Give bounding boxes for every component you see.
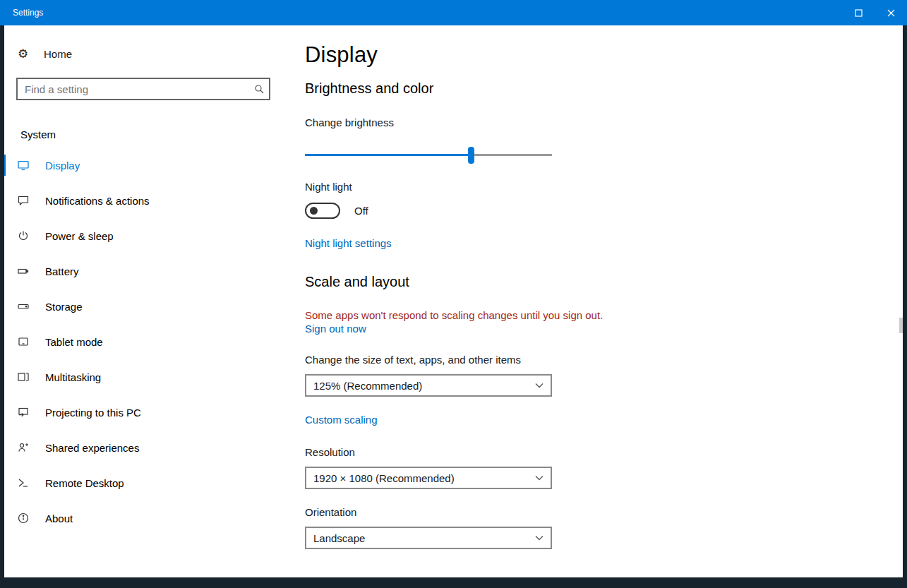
toggle-knob: [310, 207, 318, 215]
settings-app: Settings ⚙ Home: [0, 0, 907, 588]
sidebar-item-battery[interactable]: Battery: [4, 253, 292, 289]
scaling-dropdown[interactable]: 125% (Recommended): [305, 374, 552, 397]
shared-experiences-icon: [18, 442, 29, 453]
night-light-state: Off: [354, 205, 368, 217]
remote-desktop-icon: [18, 477, 29, 488]
brightness-slider-thumb[interactable]: [468, 147, 474, 164]
custom-scaling-link[interactable]: Custom scaling: [305, 414, 378, 426]
brightness-slider-fill: [305, 154, 471, 156]
night-light-label: Night light: [305, 181, 903, 193]
settings-window: ⚙ Home System Display: [4, 25, 903, 577]
display-icon: [18, 160, 29, 171]
scaling-warning-text: Some apps won't respond to scaling chang…: [305, 309, 903, 321]
sidebar-item-projecting[interactable]: Projecting to this PC: [4, 395, 292, 430]
sidebar-item-label: Battery: [45, 265, 79, 277]
about-icon: [18, 512, 29, 524]
sidebar-item-label: Power & sleep: [45, 230, 114, 242]
sidebar-item-label: Multitasking: [45, 371, 101, 383]
search-icon: [249, 84, 269, 94]
sidebar-item-label: Storage: [45, 301, 83, 313]
sidebar-item-label: Notifications & actions: [45, 195, 150, 207]
orientation-label: Orientation: [305, 506, 903, 518]
sidebar-item-display[interactable]: Display: [4, 148, 292, 183]
resolution-dropdown[interactable]: 1920 × 1080 (Recommended): [305, 467, 552, 489]
night-light-settings-link[interactable]: Night light settings: [305, 237, 392, 249]
maximize-icon: [855, 9, 863, 17]
close-button[interactable]: [875, 0, 907, 25]
sidebar-item-about[interactable]: About: [4, 500, 292, 536]
chevron-down-icon: [528, 383, 551, 388]
home-label: Home: [44, 48, 72, 60]
search-box: [16, 78, 270, 100]
sidebar-section-label: System: [20, 128, 292, 140]
close-icon: [887, 9, 895, 17]
sidebar-item-label: Remote Desktop: [45, 477, 124, 489]
titlebar: Settings: [0, 0, 907, 25]
sidebar-item-multitasking[interactable]: Multitasking: [4, 359, 292, 395]
sidebar-item-shared-experiences[interactable]: Shared experiences: [4, 430, 292, 465]
chevron-down-icon: [528, 535, 551, 541]
scrollbar[interactable]: [899, 25, 903, 577]
orientation-dropdown[interactable]: Landscape: [305, 527, 552, 549]
page-title: Display: [305, 42, 903, 68]
sidebar: ⚙ Home System Display: [4, 25, 292, 577]
main-content: Display Brightness and color Change brig…: [292, 25, 903, 577]
brightness-slider[interactable]: [305, 147, 552, 164]
battery-icon: [18, 265, 29, 277]
sidebar-item-remote-desktop[interactable]: Remote Desktop: [4, 465, 292, 500]
sidebar-list: Display Notifications & actions Power & …: [4, 148, 292, 536]
brightness-section-heading: Brightness and color: [305, 80, 903, 97]
orientation-dropdown-value: Landscape: [306, 532, 528, 544]
desktop-edge: [0, 577, 907, 588]
sidebar-item-power-sleep[interactable]: Power & sleep: [4, 218, 292, 253]
storage-icon: [18, 301, 29, 312]
brightness-slider-label: Change brightness: [305, 116, 903, 128]
window-title: Settings: [0, 8, 842, 18]
window-controls: [842, 0, 907, 25]
search-input[interactable]: [18, 79, 249, 99]
scale-section-heading: Scale and layout: [305, 274, 903, 290]
night-light-toggle[interactable]: [305, 203, 340, 219]
sidebar-item-label: Projecting to this PC: [45, 407, 141, 419]
sidebar-item-label: About: [45, 512, 73, 524]
sign-out-now-link[interactable]: Sign out now: [305, 323, 366, 335]
resolution-label: Resolution: [305, 446, 903, 458]
sidebar-item-notifications[interactable]: Notifications & actions: [4, 183, 292, 218]
resolution-dropdown-value: 1920 × 1080 (Recommended): [306, 472, 528, 484]
night-light-toggle-row: Off: [305, 203, 903, 219]
tablet-icon: [18, 336, 29, 347]
sidebar-item-label: Tablet mode: [45, 336, 103, 348]
sidebar-item-tablet-mode[interactable]: Tablet mode: [4, 324, 292, 359]
scaling-size-label: Change the size of text, apps, and other…: [305, 354, 903, 366]
power-icon: [18, 230, 29, 241]
scaling-dropdown-value: 125% (Recommended): [306, 380, 528, 392]
projecting-icon: [18, 407, 29, 418]
scrollbar-thumb[interactable]: [899, 318, 903, 333]
sidebar-item-label: Display: [45, 160, 80, 172]
sidebar-item-label: Shared experiences: [45, 442, 139, 454]
maximize-button[interactable]: [842, 0, 875, 25]
notifications-icon: [18, 195, 29, 206]
sidebar-item-home[interactable]: ⚙ Home: [4, 40, 292, 68]
gear-icon: ⚙: [18, 47, 29, 61]
multitasking-icon: [18, 371, 29, 383]
chevron-down-icon: [528, 475, 551, 481]
sidebar-item-storage[interactable]: Storage: [4, 289, 292, 324]
